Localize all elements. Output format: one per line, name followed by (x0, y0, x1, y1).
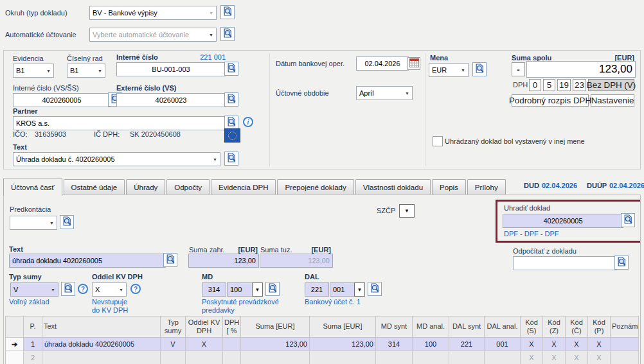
tab-odpocty[interactable]: Odpočty (166, 179, 210, 195)
md-synt-input[interactable]: 314 (202, 282, 226, 297)
col-suma-1[interactable]: Suma [EUR] (241, 316, 310, 338)
dph-rate-19-button[interactable]: 19 (557, 79, 571, 91)
tab-prepojene-doklady[interactable]: Prepojené doklady (277, 179, 353, 195)
externe-cislo-input[interactable]: 40260023 (116, 93, 226, 107)
cell-kod-s[interactable]: X (521, 338, 543, 351)
cell-suma-1[interactable]: 123,00 (241, 338, 310, 351)
cell-p[interactable]: 2 (24, 351, 42, 364)
cell-dph[interactable] (223, 351, 241, 364)
col-poznamka[interactable]: Poznámka (611, 316, 639, 338)
col-dal-synt[interactable]: DAL synt (449, 316, 485, 338)
cell-kod-z[interactable]: X (543, 351, 566, 364)
col-md-synt[interactable]: MD synt (376, 316, 413, 338)
partner-search-button[interactable] (224, 116, 238, 130)
eu-vat-check-button[interactable] (224, 128, 240, 143)
tab-popis[interactable]: Popis (432, 179, 466, 195)
cell-kod-s[interactable]: X (521, 351, 543, 364)
cell-suma-1[interactable] (241, 351, 310, 364)
cell-dph[interactable] (223, 338, 241, 351)
col-oddiel-kv-dph[interactable]: Oddiel KV DPH (186, 316, 223, 338)
col-text[interactable]: Text (42, 316, 161, 338)
datum-input[interactable]: 02.04.2026 (356, 56, 409, 71)
cell-dal-anal[interactable]: 001 (485, 338, 521, 351)
cell-poznamka[interactable] (611, 351, 639, 364)
cell-oddiel[interactable]: X (186, 338, 223, 351)
uhradit-doklad-search-button[interactable] (621, 213, 635, 227)
typ-sumy-help-icon[interactable]: ? (78, 284, 88, 294)
riadok-text-search-button[interactable] (163, 253, 177, 267)
interne-cislo-search-button[interactable] (224, 62, 238, 76)
table-row[interactable]: 2 X X X X (6, 351, 639, 364)
text-select[interactable]: Úhrada dokladu č. 4020260005 ▼ (13, 152, 220, 166)
podrobny-rozpis-dph-button[interactable]: Podrobný rozpis DPH (512, 94, 589, 107)
evidencia-select[interactable]: B1 ▼ (13, 64, 54, 78)
suma-zahr-field[interactable]: 123,00 (188, 254, 259, 268)
predkontacia-search-button[interactable] (60, 215, 74, 229)
cell-dal-synt[interactable] (449, 351, 485, 364)
tab-evidencia-dph[interactable]: Evidencia DPH (211, 179, 276, 195)
dal-search-button[interactable] (368, 282, 382, 296)
odpocitat-input[interactable] (513, 256, 617, 270)
cell-kod-p[interactable]: X (588, 351, 611, 364)
typ-sumy-select[interactable]: V ▼ (10, 282, 58, 297)
text-search-button[interactable] (224, 152, 238, 166)
dph-rate-23-button[interactable]: 23 (573, 79, 586, 91)
interne-cislo-vs-input[interactable]: 4020260005 (13, 93, 111, 107)
dph-rate-5-button[interactable]: 5 (543, 79, 555, 91)
calendar-button[interactable] (407, 57, 420, 70)
tab-vlastnosti-dokladu[interactable]: Vlastnosti dokladu (355, 179, 431, 195)
md-anal-input[interactable]: 100 (227, 282, 253, 297)
cell-kod-z[interactable]: X (543, 338, 566, 351)
col-dph[interactable]: DPH [ % (223, 316, 241, 338)
cell-kod-c[interactable]: X (566, 351, 588, 364)
predkontacia-select[interactable]: ▼ (10, 216, 57, 230)
col-kod-p[interactable]: Kód (P) (588, 316, 611, 338)
cell-dal-anal[interactable] (485, 351, 521, 364)
partner-input[interactable]: KROS a.s. (13, 116, 226, 130)
oddiel-kv-dph-select[interactable]: X ▼ (92, 282, 127, 297)
odpocitat-search-button[interactable] (614, 256, 629, 270)
col-kod-z[interactable]: Kód (Z) (543, 316, 566, 338)
mena-select[interactable]: EUR ▼ (429, 63, 469, 77)
tab-uhrady[interactable]: Úhrady (126, 179, 165, 195)
automaticke-uctovanie-search-button[interactable] (220, 27, 235, 41)
cell-poznamka[interactable] (611, 338, 639, 351)
dph-mode-button[interactable]: Bez DPH (V) (588, 79, 634, 91)
mena-search-button[interactable] (472, 62, 487, 76)
oddiel-kv-dph-help-icon[interactable]: ? (130, 284, 141, 294)
interne-cislo-input[interactable]: BU-001-003 (116, 62, 226, 76)
partner-info-icon[interactable]: i (243, 117, 253, 127)
dph-rate-0-button[interactable]: 0 (529, 79, 541, 91)
cell-oddiel[interactable] (186, 351, 223, 364)
dal-dropdown-button[interactable]: ▼ (354, 282, 365, 297)
cell-md-anal[interactable] (413, 351, 449, 364)
suma-spolu-input[interactable]: 123,00 (526, 61, 636, 78)
cell-md-synt[interactable]: 314 (376, 338, 413, 351)
table-row[interactable]: ➔ 1 úhrada dokladu 4020260005 V X 123,00… (6, 338, 639, 351)
automaticke-uctovanie-select[interactable]: Vyberte automatické účtovanie ▼ (89, 28, 217, 42)
tab-uctovna-cast[interactable]: Účtovná časť (3, 178, 62, 196)
nastavenie-button[interactable]: Nastavenie (591, 94, 634, 107)
szcp-dropdown-button[interactable]: ▼ (399, 204, 415, 218)
suma-sign-button[interactable]: - (512, 62, 525, 76)
uhradit-doklad-input[interactable]: 4020260005 (503, 214, 623, 228)
col-kod-c[interactable]: Kód (Č) (566, 316, 588, 338)
okruh-select[interactable]: BV - Bankové výpisy ▼ (89, 6, 217, 20)
col-kod-s[interactable]: Kód (S) (521, 316, 543, 338)
col-typ-sumy[interactable]: Typ sumy (161, 316, 186, 338)
riadok-text-input[interactable]: úhrada dokladu 4020260005 (9, 254, 166, 268)
cell-kod-c[interactable]: X (566, 338, 588, 351)
typ-sumy-search-button[interactable] (61, 282, 75, 296)
col-suma-2[interactable]: Suma [EUR] (310, 316, 376, 338)
ina-mena-checkbox[interactable] (433, 136, 443, 146)
cell-suma-2[interactable] (310, 351, 376, 364)
tab-prilohy[interactable]: Prílohy (467, 179, 506, 195)
cell-typ-sumy[interactable]: V (161, 338, 186, 351)
dal-anal-input[interactable]: 001 (330, 282, 355, 297)
col-p[interactable]: P. (24, 316, 42, 338)
uctovne-obdobie-select[interactable]: Apríl ▼ (356, 86, 413, 100)
dal-synt-input[interactable]: 221 (305, 282, 329, 297)
cell-dal-synt[interactable]: 221 (449, 338, 485, 351)
okruh-search-button[interactable] (220, 5, 235, 19)
cell-p[interactable]: 1 (24, 338, 42, 351)
